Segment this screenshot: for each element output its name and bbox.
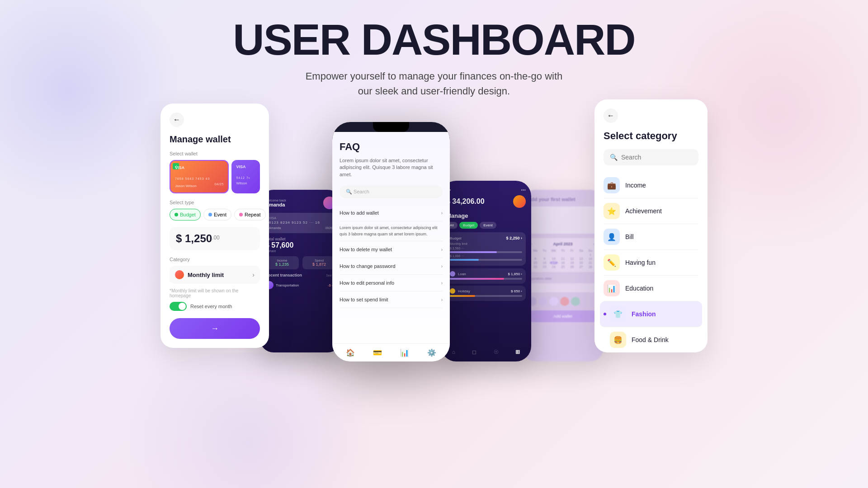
select-category-card: ← Select category 🔍 💼 Income ⭐ Achieveme… — [594, 99, 708, 352]
faq-q-1: How to add wallet — [340, 210, 379, 216]
event-label: Event — [214, 212, 226, 217]
cal-th: Th — [559, 249, 567, 252]
cal-prev[interactable]: ‹ — [531, 242, 533, 246]
budget-tab[interactable]: Budget — [459, 222, 478, 229]
bill-icon-box: 👤 — [604, 229, 620, 245]
nav-home-icon[interactable]: 🏠 — [346, 348, 355, 357]
category-search-input[interactable] — [621, 154, 692, 161]
total-wallet-label: Total wallet — [265, 237, 336, 241]
faq-search[interactable]: 🔍 Search — [340, 185, 443, 198]
toggle-row: Reset every month — [170, 302, 260, 311]
wallet-mini-card: VISA 6123 8234 9123 52 ··· 16 Amanda 092… — [265, 213, 336, 233]
wallet-card-orange[interactable]: ✓ VISA 7658 5643 7453 43 Jason Wilson 04… — [170, 160, 229, 193]
category-item-havingfun[interactable]: ✏️ Having fun — [604, 250, 698, 276]
faq-item-5[interactable]: How to set spend limit › — [340, 291, 443, 308]
category-item-education[interactable]: 📊 Education — [604, 276, 698, 301]
phones-container: ← Manage wallet Select wallet ✓ VISA 765… — [0, 99, 868, 361]
type-buttons: Budget Event Repeat — [170, 209, 260, 221]
event-tab[interactable]: Event — [480, 222, 496, 229]
category-search-box[interactable]: 🔍 — [604, 149, 698, 165]
nav-history-icon[interactable]: 📊 — [400, 348, 409, 357]
fourth-nav-wallet[interactable]: ◻ — [472, 349, 476, 355]
phone-fourth: ••• ••• $ 34,206.00 Manage All Budget Ev… — [441, 181, 531, 361]
category-item-income[interactable]: 💼 Income — [604, 173, 698, 198]
faq-q-4: How to edit personal info — [340, 280, 394, 286]
cal-d12: 12 — [568, 257, 576, 260]
fashion-name: Fashion — [632, 310, 656, 318]
income-label-mini: Income — [269, 259, 295, 262]
color-dot-4[interactable] — [560, 297, 569, 306]
reset-toggle[interactable] — [170, 302, 187, 311]
fourth-nav-manage[interactable]: ⊞ — [515, 349, 520, 355]
add-wallet-btn[interactable]: Add wallet — [528, 310, 598, 322]
visa-label-1: VISA — [175, 165, 223, 170]
budget-button[interactable]: Budget — [170, 209, 201, 221]
fourth-nav-chart[interactable]: ☉ — [494, 349, 499, 355]
holiday-amount: $ 650 › — [511, 289, 522, 293]
faq-item-4[interactable]: How to edit personal info › — [340, 275, 443, 291]
page-subtitle: Empower yourself to manage your finances… — [0, 69, 868, 99]
expiry-input — [528, 283, 598, 292]
color-dot-5[interactable] — [571, 297, 580, 306]
faq-q-3: How to change password — [340, 263, 396, 269]
search-icon: 🔍 — [610, 154, 618, 161]
cal-d15: 15 — [531, 261, 539, 264]
education-icon-box: 📊 — [604, 280, 620, 296]
color-dot-2[interactable] — [538, 297, 547, 306]
cal-d22: 22 — [531, 265, 539, 268]
category-row[interactable]: Monthly limit › — [170, 266, 260, 284]
budget-label-fourth: Budget — [450, 236, 461, 240]
manage-wallet-card: ← Manage wallet Select wallet ✓ VISA 765… — [160, 103, 269, 348]
income-name: Income — [625, 182, 646, 189]
faq-item-3[interactable]: How to change password › — [340, 258, 443, 275]
repeat-button[interactable]: Repeat — [234, 209, 265, 221]
wallet-card-purple[interactable]: VISA 5412 7• Wilson — [231, 160, 260, 193]
food-icon: 🍔 — [613, 336, 623, 344]
nav-settings-icon[interactable]: ⚙️ — [427, 348, 436, 357]
faq-title: FAQ — [340, 141, 443, 153]
event-dot — [208, 213, 212, 216]
budget-dot — [175, 213, 178, 216]
cal-d27: 27 — [577, 265, 585, 268]
income-amount-mini: $ 1,235 — [269, 262, 295, 267]
faq-subtitle: Lorem ipsum dolor sit amet, consectetur … — [340, 157, 443, 178]
trans-name: Transportation — [276, 283, 299, 287]
repeat-dot — [239, 213, 243, 216]
category-item-food[interactable]: 🍔 Food & Drink — [604, 327, 698, 352]
event-button[interactable]: Event — [203, 209, 231, 221]
wallet-card-title: Manage wallet — [170, 134, 260, 145]
education-icon: 📊 — [607, 284, 616, 293]
spending2-label: $ 1,000 ··· — [450, 254, 522, 258]
page-title: USER DASHBOARD — [0, 18, 868, 61]
color-dot-3[interactable] — [549, 297, 558, 306]
cal-d24: 24 — [550, 265, 558, 268]
nav-wallet-icon[interactable]: 💳 — [373, 348, 382, 357]
cal-d28: 28 — [586, 265, 594, 268]
card-number-2: 5412 7• — [236, 176, 255, 179]
category-item-bill[interactable]: 👤 Bill — [604, 224, 698, 250]
next-button[interactable]: → — [170, 318, 260, 339]
back-button[interactable]: ← — [170, 113, 184, 127]
category-item-fashion[interactable]: 👕 Fashion — [600, 301, 702, 327]
faq-q-2: How to delete my wallet — [340, 247, 392, 252]
card-name-1: Jason Wilson — [175, 184, 197, 188]
fourth-nav-home[interactable]: ⌂ — [452, 349, 455, 355]
bg-blob-bottom — [90, 352, 407, 488]
faq-item-1[interactable]: How to add wallet › — [340, 205, 443, 221]
category-back-button[interactable]: ← — [604, 108, 618, 123]
toggle-label: Reset every month — [190, 304, 232, 309]
toggle-knob — [179, 303, 186, 310]
category-item-achievement[interactable]: ⭐ Achievement — [604, 198, 698, 224]
cal-we: We — [550, 249, 558, 252]
phone-notch — [373, 122, 409, 132]
faq-answer: Lorem ipsum dolor sit amet, consectetur … — [340, 221, 443, 241]
expiration-label: Expiration date — [528, 277, 598, 281]
cal-d25: 25 — [559, 265, 567, 268]
faq-item-2[interactable]: How to delete my wallet › — [340, 241, 443, 258]
fourth-amount: $ 34,206.00 — [446, 197, 485, 206]
card-holder-mini: Amanda — [269, 226, 281, 230]
cal-d6 — [577, 253, 585, 256]
wallet-cards-row: ✓ VISA 7658 5643 7453 43 Jason Wilson 04… — [170, 160, 260, 193]
cal-d4 — [559, 253, 567, 256]
fashion-icon: 👕 — [613, 310, 623, 319]
